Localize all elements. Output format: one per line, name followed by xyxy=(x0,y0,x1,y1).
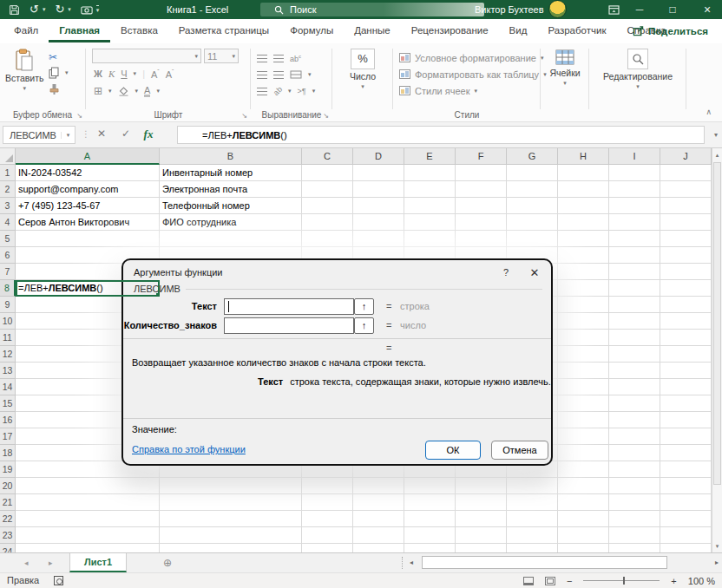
zoom-out-icon[interactable]: − xyxy=(567,576,572,586)
orientation-chevron-icon[interactable]: ▾ xyxy=(288,88,292,95)
next-sheet-icon[interactable]: ▸ xyxy=(49,553,53,572)
cell-I24[interactable] xyxy=(609,544,660,552)
cell-F23[interactable] xyxy=(456,527,507,544)
cell-I5[interactable] xyxy=(609,231,660,247)
cell-H24[interactable] xyxy=(558,544,609,552)
italic-button[interactable]: К xyxy=(108,69,115,79)
cell-I19[interactable] xyxy=(609,461,660,478)
cell-J24[interactable] xyxy=(660,544,712,552)
zoom-slider-thumb[interactable] xyxy=(623,577,625,585)
cell-G24[interactable] xyxy=(507,544,558,552)
cell-E20[interactable] xyxy=(404,478,456,494)
row-header-3[interactable]: 3 xyxy=(0,198,16,214)
cell-C23[interactable] xyxy=(302,527,353,544)
align-left-icon[interactable] xyxy=(257,71,267,79)
cell-J9[interactable] xyxy=(660,297,712,313)
cell-C22[interactable] xyxy=(302,511,353,527)
cell-G4[interactable] xyxy=(507,214,558,231)
paste-button[interactable]: Вставить ▾ xyxy=(5,49,44,92)
cell-E4[interactable] xyxy=(404,214,456,231)
cell-D3[interactable] xyxy=(353,198,404,214)
styles-item[interactable]: Условное форматирование▾ xyxy=(399,49,547,66)
fill-color-icon[interactable] xyxy=(118,86,129,96)
format-painter-icon[interactable] xyxy=(49,83,60,95)
cell-G20[interactable] xyxy=(507,478,558,494)
cell-H22[interactable] xyxy=(558,511,609,527)
row-header-22[interactable]: 22 xyxy=(0,511,16,527)
select-all-corner[interactable] xyxy=(0,148,16,165)
cell-H18[interactable] xyxy=(558,445,609,461)
cell-F1[interactable] xyxy=(456,165,507,181)
row-header-1[interactable]: 1 xyxy=(0,165,16,181)
ribbon-display-options-icon[interactable] xyxy=(601,0,627,19)
cell-I15[interactable] xyxy=(609,395,660,412)
save-icon[interactable] xyxy=(9,4,20,16)
column-header-F[interactable]: F xyxy=(456,148,507,165)
cell-A4[interactable]: Серов Антон Викторович xyxy=(16,214,160,231)
font-dialog-launcher-icon[interactable]: ↘ xyxy=(241,112,247,120)
column-header-E[interactable]: E xyxy=(404,148,456,165)
cell-I3[interactable] xyxy=(609,198,660,214)
zoom-slider[interactable] xyxy=(583,580,660,581)
cell-D21[interactable] xyxy=(353,494,404,511)
cell-E5[interactable] xyxy=(404,231,456,247)
align-middle-icon[interactable] xyxy=(273,55,284,62)
cell-G5[interactable] xyxy=(507,231,558,247)
cell-I17[interactable] xyxy=(609,428,660,445)
cell-D22[interactable] xyxy=(353,511,404,527)
row-header-24[interactable]: 24 xyxy=(0,544,16,552)
insert-function-icon[interactable]: fx xyxy=(139,127,158,141)
merge-chevron-icon[interactable]: ▾ xyxy=(308,71,312,78)
camera-icon[interactable] xyxy=(81,5,93,15)
cell-B23[interactable] xyxy=(160,527,302,544)
numchars-arg-input[interactable] xyxy=(224,317,354,334)
cell-J17[interactable] xyxy=(660,428,712,445)
text-arg-input[interactable] xyxy=(224,298,354,315)
column-header-D[interactable]: D xyxy=(353,148,404,165)
cell-J3[interactable] xyxy=(660,198,712,214)
page-layout-view-icon[interactable] xyxy=(523,577,534,585)
styles-item[interactable]: Форматировать как таблицу▾ xyxy=(399,66,547,82)
column-header-J[interactable]: J xyxy=(660,148,712,165)
cell-B5[interactable] xyxy=(160,231,302,247)
editing-group-button[interactable]: Редактирование ▾ xyxy=(590,49,686,90)
cell-F4[interactable] xyxy=(456,214,507,231)
wrap-text-icon[interactable]: abc xyxy=(290,54,301,63)
cell-H23[interactable] xyxy=(558,527,609,544)
cell-F2[interactable] xyxy=(456,181,507,198)
cell-E22[interactable] xyxy=(404,511,456,527)
cell-H8[interactable] xyxy=(558,280,609,297)
font-color-icon[interactable]: А xyxy=(144,86,150,97)
cell-H14[interactable] xyxy=(558,379,609,395)
cell-C4[interactable] xyxy=(302,214,353,231)
underline-chevron-icon[interactable]: ▾ xyxy=(134,70,137,77)
sheet-tab[interactable]: Лист1 xyxy=(69,553,127,572)
cell-D2[interactable] xyxy=(353,181,404,198)
cell-H21[interactable] xyxy=(558,494,609,511)
cell-A21[interactable] xyxy=(16,494,160,511)
cell-H12[interactable] xyxy=(558,346,609,363)
cell-I10[interactable] xyxy=(609,313,660,330)
vertical-scroll-thumb[interactable] xyxy=(713,162,721,485)
cell-J2[interactable] xyxy=(660,181,712,198)
cut-icon[interactable]: ✂ xyxy=(49,51,57,63)
tab-scroll-divider[interactable] xyxy=(402,557,403,569)
cell-H1[interactable] xyxy=(558,165,609,181)
row-header-17[interactable]: 17 xyxy=(0,428,16,445)
cell-C2[interactable] xyxy=(302,181,353,198)
cell-J15[interactable] xyxy=(660,395,712,412)
maximize-button[interactable]: □ xyxy=(660,0,686,19)
clipboard-dialog-launcher-icon[interactable]: ↘ xyxy=(76,112,82,120)
scroll-up-icon[interactable]: ▴ xyxy=(712,148,722,161)
scroll-right-icon[interactable]: ▸ xyxy=(715,556,719,570)
tab-Рецензирование[interactable]: Рецензирование xyxy=(401,19,499,42)
dialog-help-icon[interactable]: ? xyxy=(500,267,512,278)
cell-H19[interactable] xyxy=(558,461,609,478)
cell-B4[interactable]: ФИО сотрудника xyxy=(160,214,302,231)
cell-I20[interactable] xyxy=(609,478,660,494)
redo-icon[interactable]: ↻ xyxy=(55,0,64,19)
cell-F20[interactable] xyxy=(456,478,507,494)
font-size-combo[interactable]: 11▾ xyxy=(204,49,239,63)
cell-C21[interactable] xyxy=(302,494,353,511)
cell-H3[interactable] xyxy=(558,198,609,214)
